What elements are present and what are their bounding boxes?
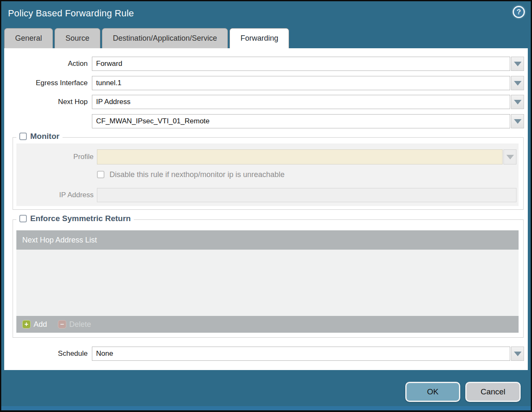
monitor-fieldset: Monitor Profile Disable this rule <box>13 137 524 210</box>
egress-interface-select[interactable]: tunnel.1 <box>92 76 524 90</box>
tab-general[interactable]: General <box>4 28 53 48</box>
delete-icon: − <box>58 320 66 329</box>
disable-rule-label: Disable this rule if nexthop/monitor ip … <box>110 170 284 179</box>
next-hop-type-select[interactable]: IP Address <box>92 95 524 109</box>
help-icon[interactable]: ? <box>513 6 525 18</box>
monitor-ip-label: IP Address <box>16 191 94 199</box>
tab-destination-application-service[interactable]: Destination/Application/Service <box>102 28 228 48</box>
profile-select-disabled <box>97 149 516 164</box>
add-button[interactable]: + Add <box>22 320 47 329</box>
symmetric-return-legend: Enforce Symmetric Return <box>16 214 134 223</box>
chevron-down-icon <box>514 100 522 104</box>
ok-button[interactable]: OK <box>405 382 460 402</box>
monitor-legend: Monitor <box>16 132 63 141</box>
policy-based-forwarding-dialog: Policy Based Forwarding Rule ? General S… <box>1 1 531 410</box>
monitor-panel: Profile Disable this rule if nexthop/mon… <box>16 143 519 206</box>
action-select[interactable]: Forward <box>92 57 524 71</box>
window-bottom-edge <box>1 406 531 410</box>
enforce-symmetric-return-checkbox[interactable] <box>19 215 27 222</box>
next-hop-address-list-body[interactable] <box>16 250 519 316</box>
next-hop-type-dropdown-button[interactable] <box>511 95 524 109</box>
egress-interface-label: Egress Interface <box>4 79 88 87</box>
egress-interface-dropdown-button[interactable] <box>511 76 524 90</box>
disable-rule-checkbox <box>97 171 104 178</box>
monitor-ip-input-disabled <box>97 188 516 202</box>
next-hop-row: Next Hop IP Address <box>4 95 528 109</box>
delete-button: − Delete <box>58 320 91 329</box>
next-hop-address-dropdown-button[interactable] <box>511 114 524 128</box>
schedule-select[interactable]: None <box>92 347 524 361</box>
action-value[interactable]: Forward <box>92 57 510 71</box>
symmetric-return-fieldset: Enforce Symmetric Return Next Hop Addres… <box>13 219 524 338</box>
action-label: Action <box>4 60 88 68</box>
forwarding-tab-panel: Action Forward Egress Interface tunnel.1… <box>4 48 528 370</box>
monitor-checkbox[interactable] <box>19 133 27 140</box>
add-button-label: Add <box>34 320 47 329</box>
schedule-row: Schedule None <box>4 347 528 361</box>
symmetric-return-title: Enforce Symmetric Return <box>30 214 131 223</box>
tab-source[interactable]: Source <box>55 28 100 48</box>
disable-rule-row: Disable this rule if nexthop/monitor ip … <box>97 169 284 180</box>
schedule-label: Schedule <box>4 349 88 358</box>
dialog-title: Policy Based Forwarding Rule <box>8 8 134 19</box>
egress-interface-row: Egress Interface tunnel.1 <box>4 76 528 90</box>
egress-interface-value[interactable]: tunnel.1 <box>92 76 510 90</box>
next-hop-address-list-table: Next Hop Address List + Add − Delete <box>16 230 519 333</box>
delete-button-label: Delete <box>69 320 91 329</box>
monitor-title: Monitor <box>30 132 60 141</box>
profile-row: Profile <box>16 149 519 164</box>
next-hop-address-select[interactable]: CF_MWAN_IPsec_VTI_01_Remote <box>92 114 524 128</box>
profile-label: Profile <box>16 153 94 161</box>
add-icon: + <box>22 320 31 329</box>
next-hop-label: Next Hop <box>4 98 88 106</box>
profile-value <box>97 149 503 164</box>
chevron-down-icon <box>514 81 522 86</box>
next-hop-type-value[interactable]: IP Address <box>92 95 510 109</box>
profile-dropdown-button <box>503 149 516 164</box>
next-hop-address-value[interactable]: CF_MWAN_IPsec_VTI_01_Remote <box>92 114 510 128</box>
monitor-ip-row: IP Address <box>16 188 519 202</box>
cancel-button[interactable]: Cancel <box>465 382 521 402</box>
chevron-down-icon <box>514 119 522 124</box>
chevron-down-icon <box>514 62 522 66</box>
schedule-value[interactable]: None <box>92 347 510 361</box>
next-hop-address-list-header: Next Hop Address List <box>16 230 519 250</box>
action-dropdown-button[interactable] <box>511 57 524 71</box>
tab-bar: General Source Destination/Application/S… <box>4 28 528 48</box>
action-row: Action Forward <box>4 57 528 71</box>
chevron-down-icon <box>506 155 514 159</box>
next-hop-address-list-toolbar: + Add − Delete <box>16 316 519 333</box>
tab-forwarding[interactable]: Forwarding <box>229 28 289 48</box>
schedule-dropdown-button[interactable] <box>511 347 524 361</box>
next-hop-address-row: CF_MWAN_IPsec_VTI_01_Remote <box>4 114 528 128</box>
chevron-down-icon <box>514 352 522 356</box>
